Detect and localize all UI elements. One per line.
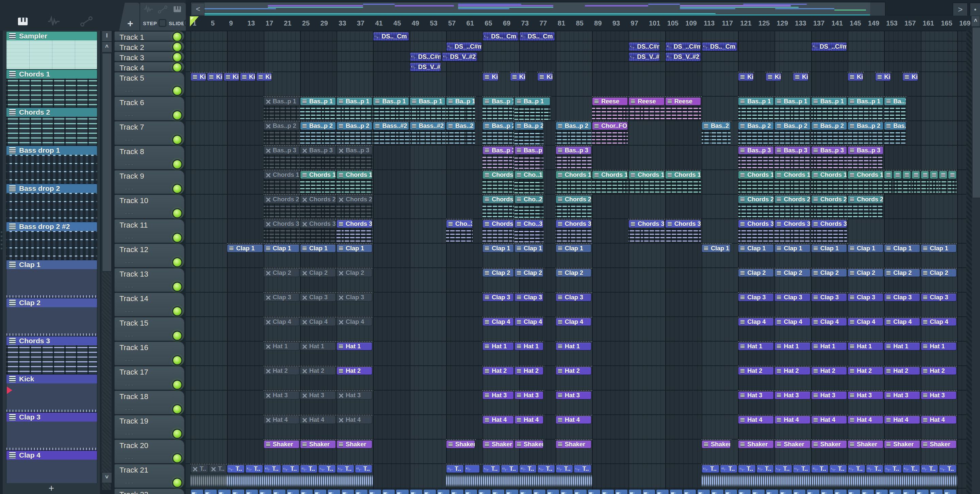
pattern-clip[interactable]: Kick bbox=[902, 73, 918, 81]
pattern-clip[interactable]: Shaker bbox=[848, 440, 883, 448]
pattern-clip[interactable]: Bas..p 1 bbox=[482, 97, 514, 105]
pattern-clip[interactable]: Hat 1 bbox=[556, 342, 592, 350]
track-mute-led[interactable] bbox=[172, 233, 182, 243]
audio-clip[interactable] bbox=[943, 489, 956, 494]
pattern-clip[interactable]: Chords 1 bbox=[775, 171, 810, 179]
muted-pattern-clip[interactable]: Clap 2 bbox=[337, 269, 372, 277]
pattern-scrollbar[interactable]: I ˄ ˅ bbox=[102, 31, 111, 483]
panel-resize-grip[interactable] bbox=[1, 231, 2, 233]
audio-clip[interactable]: T.. bbox=[829, 465, 847, 473]
audio-clip[interactable] bbox=[492, 489, 504, 494]
pattern-clip[interactable]: Chords 1 bbox=[592, 171, 628, 179]
pattern-clip[interactable]: Bas..p 2 bbox=[738, 122, 774, 130]
track-options-dots[interactable]: ... bbox=[125, 330, 134, 338]
pattern-clip[interactable]: Hat 2 bbox=[738, 367, 774, 375]
pattern-clip[interactable]: Clap 2 bbox=[738, 269, 774, 277]
track-options-dots[interactable]: ... bbox=[125, 109, 134, 118]
audio-clip[interactable] bbox=[465, 465, 480, 473]
audio-clip[interactable] bbox=[683, 489, 696, 494]
pattern-clip[interactable]: Cho..2 bbox=[514, 195, 543, 203]
audio-clip[interactable] bbox=[834, 489, 847, 494]
audio-clip[interactable]: T.. bbox=[756, 465, 774, 473]
track-options-dots[interactable]: ... bbox=[125, 183, 134, 192]
pattern-clip[interactable]: Bas..p 2 bbox=[848, 122, 883, 130]
vertical-scroll-thumb[interactable] bbox=[972, 27, 980, 198]
pattern-header[interactable]: Clap 4 bbox=[6, 450, 97, 460]
pattern-scroll-up[interactable]: ˄ bbox=[102, 41, 112, 52]
pattern-clip[interactable]: Chords 3 bbox=[482, 220, 514, 228]
pattern-clip[interactable]: Chords 1 bbox=[848, 171, 883, 179]
pattern-clip[interactable]: Hat 4 bbox=[775, 416, 810, 424]
track-mute-led[interactable] bbox=[172, 282, 182, 292]
pattern-clip[interactable]: Clap 3 bbox=[556, 293, 592, 302]
pattern-clip[interactable]: Clap 1 bbox=[556, 244, 592, 253]
pattern-clip[interactable]: Clap 2 bbox=[848, 269, 883, 277]
pattern-header[interactable]: Clap 2 bbox=[6, 298, 97, 307]
audio-clip[interactable] bbox=[245, 489, 258, 494]
pattern-clip[interactable]: Clap 4 bbox=[514, 318, 543, 326]
audio-clip[interactable]: DS_..C#m bbox=[811, 42, 847, 51]
pattern-clip[interactable]: Chords 2 bbox=[738, 195, 774, 203]
pattern-clip[interactable]: Shaker bbox=[884, 440, 920, 448]
muted-pattern-clip[interactable]: Hat 2 bbox=[264, 367, 299, 375]
audio-clip[interactable] bbox=[286, 489, 299, 494]
muted-pattern-clip[interactable]: Hat 3 bbox=[337, 391, 372, 399]
pattern-clip[interactable]: Chords 1 bbox=[628, 171, 664, 179]
muted-pattern-clip[interactable]: Clap 2 bbox=[300, 269, 336, 277]
audio-clip[interactable]: T.. bbox=[519, 465, 537, 473]
pattern-clip[interactable]: Chords 3 bbox=[556, 220, 592, 228]
audio-clip[interactable]: DS..C#n bbox=[628, 42, 660, 51]
pattern-clip[interactable]: Clap 4 bbox=[482, 318, 514, 326]
track-mute-led[interactable] bbox=[172, 159, 182, 170]
pattern-clip[interactable]: Clap 2 bbox=[921, 269, 956, 277]
pattern-clip[interactable]: Ba..p 2 bbox=[514, 122, 543, 130]
pattern-clip[interactable]: Shaker bbox=[514, 440, 543, 448]
pattern-clip[interactable]: Hat 1 bbox=[775, 342, 810, 350]
pattern-clip[interactable]: Clap 4 bbox=[848, 318, 883, 326]
pattern-clip[interactable]: Hat 3 bbox=[482, 391, 514, 399]
audio-clip[interactable] bbox=[724, 489, 737, 494]
audio-clip[interactable]: T.. bbox=[921, 465, 939, 473]
muted-pattern-clip[interactable]: Hat 4 bbox=[337, 416, 372, 424]
pattern-item-chords-3[interactable]: Chords 3 bbox=[6, 336, 97, 374]
step-toggle[interactable] bbox=[159, 19, 166, 27]
muted-pattern-clip[interactable]: Bas..p 3 bbox=[337, 146, 372, 154]
audio-clip[interactable] bbox=[916, 489, 929, 494]
pattern-clip[interactable]: Shaker bbox=[337, 440, 372, 448]
pattern-clip[interactable]: Clap 2 bbox=[556, 269, 592, 277]
audio-clip[interactable]: T.. bbox=[337, 465, 354, 473]
audio-clip[interactable] bbox=[505, 489, 518, 494]
pattern-clip[interactable]: Shaker bbox=[738, 440, 774, 448]
audio-clip[interactable]: T.. bbox=[884, 465, 902, 473]
audio-clip[interactable] bbox=[232, 489, 245, 494]
track-options-dots[interactable]: ... bbox=[125, 428, 134, 437]
audio-clip[interactable]: DS.._Cm bbox=[702, 42, 737, 51]
pattern-clip[interactable]: Bas..p 3 bbox=[738, 146, 774, 154]
pattern-clip[interactable]: Chords 2 bbox=[848, 195, 883, 203]
audio-clip[interactable] bbox=[656, 489, 669, 494]
pattern-header[interactable]: Chords 1 bbox=[6, 70, 97, 79]
track-options-dots[interactable]: ... bbox=[125, 379, 134, 388]
audio-clip[interactable]: T.. bbox=[501, 465, 519, 473]
timeline-ruler[interactable]: 1591317212529333741454953576165697377818… bbox=[186, 16, 972, 31]
track-header-22[interactable]: Track 22 bbox=[115, 489, 185, 494]
pattern-clip[interactable]: Shaker bbox=[921, 440, 956, 448]
pattern-clip[interactable]: Chords 3 bbox=[811, 220, 847, 228]
pattern-clip[interactable]: Clap 3 bbox=[811, 293, 847, 302]
track-mute-led[interactable] bbox=[172, 380, 182, 390]
pattern-clip[interactable] bbox=[939, 171, 947, 179]
track-mute-led[interactable] bbox=[172, 42, 182, 52]
pattern-clip[interactable]: Kick bbox=[482, 73, 498, 81]
pattern-clip[interactable]: Clap 4 bbox=[884, 318, 920, 326]
audio-clip[interactable] bbox=[848, 489, 861, 494]
pattern-clip[interactable]: Ba..p 1 bbox=[514, 97, 550, 105]
audio-clip[interactable]: DS_V..#2 bbox=[442, 52, 477, 61]
pattern-clip[interactable]: Kick bbox=[207, 73, 223, 81]
muted-pattern-clip[interactable]: Hat 4 bbox=[300, 416, 336, 424]
pattern-clip[interactable]: Bas..p 1 bbox=[775, 97, 810, 105]
track-mute-led[interactable] bbox=[172, 478, 182, 488]
slide-mini-icon[interactable] bbox=[158, 5, 167, 14]
pattern-clip[interactable]: Kick bbox=[875, 73, 891, 81]
muted-pattern-clip[interactable]: Clap 4 bbox=[337, 318, 372, 326]
audio-clip[interactable]: T.. bbox=[264, 465, 282, 473]
